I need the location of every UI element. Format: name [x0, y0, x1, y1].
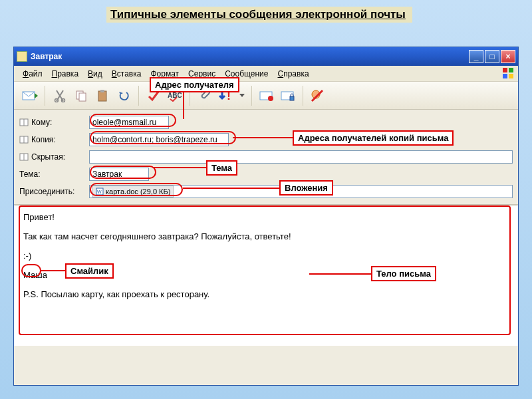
callout-line — [183, 91, 184, 119]
sign-button[interactable] — [257, 86, 276, 105]
callout-ring — [90, 166, 156, 179]
svg-rect-2 — [503, 74, 507, 78]
titlebar: Завтрак _ □ × — [14, 47, 518, 66]
svg-point-14 — [268, 96, 273, 101]
callout-cc: Адреса получателей копий письма — [293, 130, 454, 146]
callout-subject: Тема — [206, 160, 237, 176]
offline-button[interactable] — [309, 86, 327, 105]
cut-button[interactable] — [51, 86, 69, 105]
callout-ring — [90, 114, 176, 127]
subject-label: Тема: — [19, 170, 41, 179]
menu-help[interactable]: Справка — [277, 69, 309, 78]
window-title: Завтрак — [31, 52, 62, 61]
svg-rect-8 — [79, 93, 86, 101]
minimize-button[interactable]: _ — [469, 50, 483, 63]
callout-body: Тело письма — [371, 266, 436, 281]
callout-line — [183, 188, 279, 189]
svg-rect-10 — [100, 90, 104, 92]
svg-rect-9 — [98, 91, 106, 101]
send-button[interactable] — [21, 86, 39, 105]
bcc-field[interactable] — [89, 150, 513, 164]
svg-text:ABC: ABC — [168, 92, 182, 99]
window-icon — [17, 51, 27, 62]
callout-recipient: Адрес получателя — [150, 77, 239, 92]
callout-smiley: Смайлик — [65, 263, 114, 279]
to-label: Кому: — [31, 118, 52, 127]
book-icon — [19, 118, 29, 127]
menu-file[interactable]: Файл — [23, 69, 43, 78]
toolbar: ABC ! — [14, 82, 518, 110]
svg-rect-16 — [290, 96, 294, 100]
undo-button[interactable] — [114, 86, 133, 105]
book-icon — [19, 135, 29, 144]
close-button[interactable]: × — [501, 50, 515, 63]
bcc-label: Скрытая: — [31, 152, 65, 162]
copy-button[interactable] — [72, 86, 90, 105]
callout-line — [233, 137, 293, 138]
svg-rect-0 — [503, 68, 507, 72]
menu-view[interactable]: Вид — [88, 69, 102, 78]
callout-ring — [90, 183, 183, 196]
priority-dropdown-icon[interactable] — [238, 86, 246, 105]
maximize-button[interactable]: □ — [485, 50, 499, 63]
attach-label: Присоединить: — [19, 187, 74, 196]
cc-label: Копия: — [31, 135, 56, 144]
windows-logo-icon — [502, 67, 515, 79]
book-icon — [19, 152, 29, 162]
callout-ring — [90, 131, 236, 144]
menubar: Файл Правка Вид Вставка Формат Сервис Со… — [14, 66, 518, 82]
menu-edit[interactable]: Правка — [52, 69, 79, 78]
svg-rect-1 — [509, 68, 513, 72]
menu-insert[interactable]: Вставка — [112, 69, 142, 78]
callout-attach: Вложения — [279, 180, 333, 196]
paste-button[interactable] — [93, 86, 112, 105]
encrypt-button[interactable] — [279, 86, 297, 105]
callout-line — [153, 167, 206, 168]
svg-rect-3 — [509, 74, 513, 78]
slide-title: Типичные элементы сообщения электронной … — [106, 7, 412, 23]
